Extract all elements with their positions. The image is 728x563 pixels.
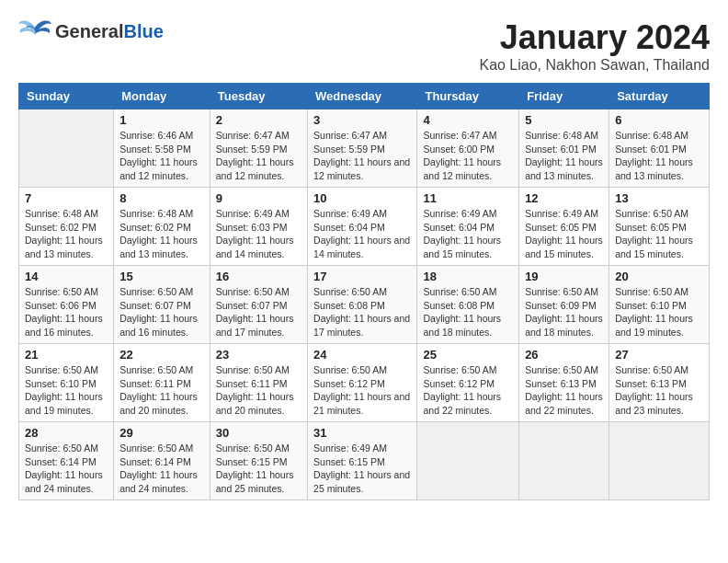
day-number: 30: [216, 426, 301, 440]
day-number: 12: [525, 191, 603, 205]
day-info: Sunrise: 6:50 AM Sunset: 6:11 PM Dayligh…: [216, 363, 301, 418]
calendar-cell: 8Sunrise: 6:48 AM Sunset: 6:02 PM Daylig…: [114, 188, 210, 266]
calendar-cell: 30Sunrise: 6:50 AM Sunset: 6:15 PM Dayli…: [210, 422, 307, 500]
logo-blue: Blue: [123, 21, 163, 41]
day-info: Sunrise: 6:50 AM Sunset: 6:06 PM Dayligh…: [25, 285, 108, 339]
calendar-cell: 17Sunrise: 6:50 AM Sunset: 6:08 PM Dayli…: [308, 266, 417, 344]
day-number: 1: [119, 113, 204, 127]
day-number: 28: [25, 426, 108, 440]
day-info: Sunrise: 6:49 AM Sunset: 6:04 PM Dayligh…: [313, 207, 411, 261]
calendar-cell: 31Sunrise: 6:49 AM Sunset: 6:15 PM Dayli…: [308, 422, 417, 500]
calendar-cell: 16Sunrise: 6:50 AM Sunset: 6:07 PM Dayli…: [210, 266, 307, 344]
day-number: 29: [119, 426, 204, 440]
day-header-thursday: Thursday: [417, 84, 519, 109]
day-info: Sunrise: 6:50 AM Sunset: 6:07 PM Dayligh…: [119, 285, 204, 339]
day-number: 23: [216, 348, 301, 362]
calendar-cell: 22Sunrise: 6:50 AM Sunset: 6:11 PM Dayli…: [114, 344, 210, 422]
day-info: Sunrise: 6:49 AM Sunset: 6:15 PM Dayligh…: [313, 442, 411, 496]
day-number: 16: [216, 270, 301, 283]
title-block: January 2024 Kao Liao, Nakhon Sawan, Tha…: [479, 18, 710, 74]
calendar-cell: [19, 109, 114, 188]
calendar-week-row: 21Sunrise: 6:50 AM Sunset: 6:10 PM Dayli…: [19, 344, 710, 422]
day-info: Sunrise: 6:48 AM Sunset: 6:02 PM Dayligh…: [25, 207, 108, 261]
calendar-title: January 2024: [479, 18, 710, 57]
day-info: Sunrise: 6:47 AM Sunset: 6:00 PM Dayligh…: [423, 129, 513, 183]
day-header-wednesday: Wednesday: [308, 84, 417, 109]
day-info: Sunrise: 6:50 AM Sunset: 6:09 PM Dayligh…: [525, 285, 603, 339]
day-info: Sunrise: 6:50 AM Sunset: 6:12 PM Dayligh…: [313, 363, 411, 418]
calendar-cell: 15Sunrise: 6:50 AM Sunset: 6:07 PM Dayli…: [114, 266, 210, 344]
day-info: Sunrise: 6:49 AM Sunset: 6:05 PM Dayligh…: [525, 207, 603, 261]
day-number: 13: [615, 191, 703, 205]
day-info: Sunrise: 6:48 AM Sunset: 6:02 PM Dayligh…: [119, 207, 204, 261]
day-number: 10: [313, 191, 411, 205]
day-number: 26: [525, 348, 603, 362]
day-header-sunday: Sunday: [19, 84, 114, 109]
day-number: 3: [313, 113, 411, 127]
calendar-cell: 5Sunrise: 6:48 AM Sunset: 6:01 PM Daylig…: [519, 109, 609, 188]
calendar-cell: 9Sunrise: 6:49 AM Sunset: 6:03 PM Daylig…: [210, 188, 307, 266]
day-info: Sunrise: 6:50 AM Sunset: 6:10 PM Dayligh…: [615, 285, 703, 339]
day-number: 22: [119, 348, 204, 362]
page-header: GeneralBlue January 2024 Kao Liao, Nakho…: [18, 18, 710, 74]
logo: GeneralBlue: [18, 18, 164, 44]
calendar-cell: 7Sunrise: 6:48 AM Sunset: 6:02 PM Daylig…: [19, 188, 114, 266]
day-info: Sunrise: 6:50 AM Sunset: 6:11 PM Dayligh…: [119, 363, 204, 418]
calendar-cell: 12Sunrise: 6:49 AM Sunset: 6:05 PM Dayli…: [519, 188, 609, 266]
calendar-cell: 6Sunrise: 6:48 AM Sunset: 6:01 PM Daylig…: [609, 109, 710, 188]
day-number: 25: [423, 348, 513, 362]
calendar-cell: [519, 422, 609, 500]
day-number: 11: [423, 191, 513, 205]
calendar-cell: 23Sunrise: 6:50 AM Sunset: 6:11 PM Dayli…: [210, 344, 307, 422]
day-info: Sunrise: 6:49 AM Sunset: 6:04 PM Dayligh…: [423, 207, 513, 261]
calendar-cell: 21Sunrise: 6:50 AM Sunset: 6:10 PM Dayli…: [19, 344, 114, 422]
day-info: Sunrise: 6:47 AM Sunset: 5:59 PM Dayligh…: [216, 129, 301, 183]
day-header-friday: Friday: [519, 84, 609, 109]
calendar-week-row: 14Sunrise: 6:50 AM Sunset: 6:06 PM Dayli…: [19, 266, 710, 344]
day-number: 14: [25, 270, 108, 283]
day-info: Sunrise: 6:50 AM Sunset: 6:14 PM Dayligh…: [25, 442, 108, 496]
day-number: 17: [313, 270, 411, 283]
day-number: 24: [313, 348, 411, 362]
day-info: Sunrise: 6:50 AM Sunset: 6:14 PM Dayligh…: [119, 442, 204, 496]
day-info: Sunrise: 6:46 AM Sunset: 5:58 PM Dayligh…: [119, 129, 204, 183]
day-header-saturday: Saturday: [609, 84, 710, 109]
day-number: 2: [216, 113, 301, 127]
day-number: 15: [119, 270, 204, 283]
day-number: 6: [615, 113, 703, 127]
calendar-week-row: 28Sunrise: 6:50 AM Sunset: 6:14 PM Dayli…: [19, 422, 710, 500]
calendar-cell: 13Sunrise: 6:50 AM Sunset: 6:05 PM Dayli…: [609, 188, 710, 266]
calendar-cell: 3Sunrise: 6:47 AM Sunset: 5:59 PM Daylig…: [308, 109, 417, 188]
calendar-cell: 28Sunrise: 6:50 AM Sunset: 6:14 PM Dayli…: [19, 422, 114, 500]
day-number: 4: [423, 113, 513, 127]
day-header-monday: Monday: [114, 84, 210, 109]
day-info: Sunrise: 6:50 AM Sunset: 6:08 PM Dayligh…: [423, 285, 513, 339]
day-info: Sunrise: 6:50 AM Sunset: 6:12 PM Dayligh…: [423, 363, 513, 418]
calendar-cell: 19Sunrise: 6:50 AM Sunset: 6:09 PM Dayli…: [519, 266, 609, 344]
day-number: 18: [423, 270, 513, 283]
calendar-cell: 11Sunrise: 6:49 AM Sunset: 6:04 PM Dayli…: [417, 188, 519, 266]
logo-bird-icon: [18, 18, 51, 44]
day-info: Sunrise: 6:50 AM Sunset: 6:10 PM Dayligh…: [25, 363, 108, 418]
day-info: Sunrise: 6:50 AM Sunset: 6:13 PM Dayligh…: [525, 363, 603, 418]
calendar-cell: 18Sunrise: 6:50 AM Sunset: 6:08 PM Dayli…: [417, 266, 519, 344]
day-info: Sunrise: 6:48 AM Sunset: 6:01 PM Dayligh…: [525, 129, 603, 183]
day-info: Sunrise: 6:50 AM Sunset: 6:08 PM Dayligh…: [313, 285, 411, 339]
day-info: Sunrise: 6:47 AM Sunset: 5:59 PM Dayligh…: [313, 129, 411, 183]
calendar-header: SundayMondayTuesdayWednesdayThursdayFrid…: [19, 84, 710, 109]
day-info: Sunrise: 6:49 AM Sunset: 6:03 PM Dayligh…: [216, 207, 301, 261]
day-number: 8: [119, 191, 204, 205]
day-number: 27: [615, 348, 703, 362]
calendar-cell: [609, 422, 710, 500]
day-number: 21: [25, 348, 108, 362]
calendar-cell: 10Sunrise: 6:49 AM Sunset: 6:04 PM Dayli…: [308, 188, 417, 266]
calendar-subtitle: Kao Liao, Nakhon Sawan, Thailand: [479, 57, 710, 74]
logo-general: General: [55, 21, 123, 41]
day-number: 31: [313, 426, 411, 440]
calendar-cell: [417, 422, 519, 500]
calendar-week-row: 1Sunrise: 6:46 AM Sunset: 5:58 PM Daylig…: [19, 109, 710, 188]
day-info: Sunrise: 6:48 AM Sunset: 6:01 PM Dayligh…: [615, 129, 703, 183]
calendar-week-row: 7Sunrise: 6:48 AM Sunset: 6:02 PM Daylig…: [19, 188, 710, 266]
day-number: 19: [525, 270, 603, 283]
calendar-cell: 2Sunrise: 6:47 AM Sunset: 5:59 PM Daylig…: [210, 109, 307, 188]
